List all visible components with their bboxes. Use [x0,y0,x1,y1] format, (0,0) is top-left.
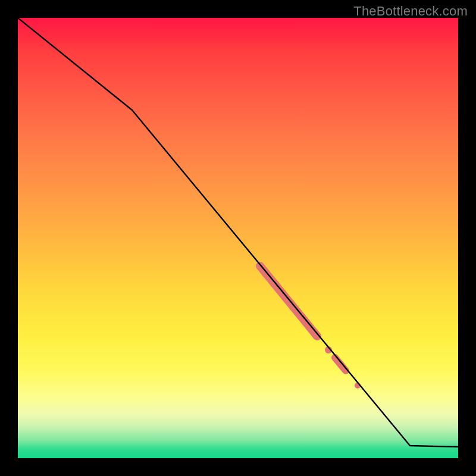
highlight-segment-2 [335,358,346,371]
plot-area [18,18,458,458]
chart-svg [18,18,458,458]
chart-frame: TheBottleneck.com [0,0,476,476]
highlight-group [260,266,361,389]
watermark-text: TheBottleneck.com [353,4,468,19]
highlight-segment-1 [260,266,317,336]
series-curve [18,18,458,447]
